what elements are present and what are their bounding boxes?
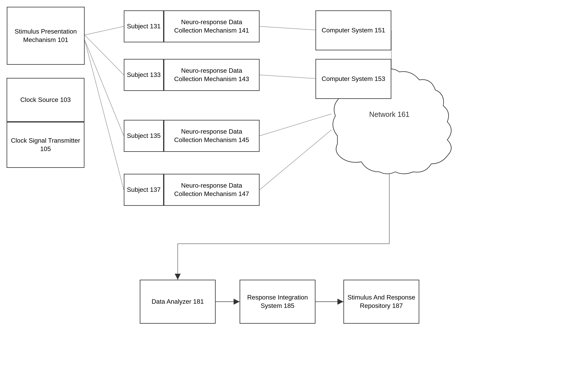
stimulus-response-repo-box: Stimulus And Response Repository 187 xyxy=(343,280,419,324)
computer-153-label: Computer System 153 xyxy=(322,75,385,83)
computer-151-label: Computer System 151 xyxy=(322,26,385,35)
clock-signal-box: Clock Signal Transmitter 105 xyxy=(7,122,84,168)
ndcm-145-label: Neuro-response Data Collection Mechanism… xyxy=(166,128,257,144)
svg-marker-17 xyxy=(338,299,343,305)
svg-marker-13 xyxy=(175,274,181,280)
svg-line-0 xyxy=(85,26,124,35)
stimulus-response-repo-label: Stimulus And Response Repository 187 xyxy=(346,293,417,310)
subject-137-label: Subject 137 xyxy=(127,186,160,194)
subject-137-box: Subject 137 xyxy=(124,174,164,206)
svg-line-9 xyxy=(260,130,331,190)
svg-text:Network 161: Network 161 xyxy=(369,110,409,118)
subject-135-box: Subject 135 xyxy=(124,120,164,152)
ndcm-141-box: Neuro-response Data Collection Mechanism… xyxy=(164,10,260,42)
ndcm-145-box: Neuro-response Data Collection Mechanism… xyxy=(164,120,260,152)
computer-151-box: Computer System 151 xyxy=(316,10,391,50)
ndcm-143-label: Neuro-response Data Collection Mechanism… xyxy=(166,67,257,83)
clock-source-box: Clock Source 103 xyxy=(7,78,84,122)
ndcm-141-label: Neuro-response Data Collection Mechanism… xyxy=(166,18,257,35)
svg-line-1 xyxy=(85,35,124,75)
stimulus-presentation-box: Stimulus Presentation Mechanism 101 xyxy=(7,7,85,65)
diagram-container: Network 161 Stimulus Presentation Mechan… xyxy=(0,0,588,377)
ndcm-147-label: Neuro-response Data Collection Mechanism… xyxy=(166,181,257,198)
svg-marker-15 xyxy=(234,299,240,305)
response-integration-box: Response Integration System 185 xyxy=(240,280,316,324)
clock-signal-label: Clock Signal Transmitter 105 xyxy=(9,136,82,153)
subject-131-label: Subject 131 xyxy=(127,22,160,31)
subject-133-box: Subject 133 xyxy=(124,59,164,91)
response-integration-label: Response Integration System 185 xyxy=(242,293,313,310)
clock-source-label: Clock Source 103 xyxy=(20,96,71,104)
svg-line-8 xyxy=(260,114,331,136)
ndcm-147-box: Neuro-response Data Collection Mechanism… xyxy=(164,174,260,206)
svg-line-3 xyxy=(85,40,124,190)
svg-point-19 xyxy=(339,96,387,144)
svg-line-4 xyxy=(260,26,316,30)
subject-131-box: Subject 131 xyxy=(124,10,164,42)
data-analyzer-label: Data Analyzer 181 xyxy=(152,297,204,306)
subject-135-label: Subject 135 xyxy=(127,132,160,140)
ndcm-143-box: Neuro-response Data Collection Mechanism… xyxy=(164,59,260,91)
computer-153-box: Computer System 153 xyxy=(316,59,391,99)
svg-line-2 xyxy=(85,40,124,136)
data-analyzer-box: Data Analyzer 181 xyxy=(140,280,216,324)
subject-133-label: Subject 133 xyxy=(127,71,160,79)
svg-line-5 xyxy=(260,75,316,79)
svg-point-20 xyxy=(391,96,439,144)
stimulus-presentation-label: Stimulus Presentation Mechanism 101 xyxy=(9,27,82,44)
